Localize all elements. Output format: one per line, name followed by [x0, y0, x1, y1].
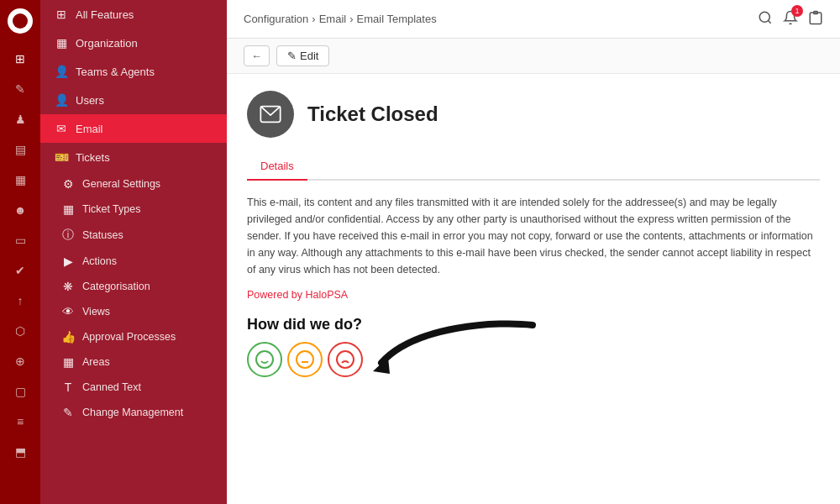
sidebar-label-actions: Actions — [82, 255, 117, 267]
strip-chart-icon[interactable]: ▤ — [5, 136, 35, 163]
sidebar-item-teams-agents[interactable]: 👤 Teams & Agents — [40, 57, 227, 86]
all-features-icon: ⊞ — [54, 8, 69, 21]
strip-image-icon[interactable]: ▢ — [5, 378, 35, 405]
sidebar-item-tickets[interactable]: 🎫 Tickets — [40, 143, 227, 171]
sidebar: ⊞ All Features ▦ Organization 👤 Teams & … — [40, 0, 227, 504]
breadcrumb-email-templates: Email Templates — [357, 13, 437, 25]
sidebar-label-canned-text: Canned Text — [82, 381, 141, 393]
sidebar-item-categorisation[interactable]: ❋ Categorisation — [54, 274, 227, 299]
strip-people-icon[interactable]: ♟ — [5, 106, 35, 133]
svg-line-1 — [768, 20, 770, 23]
strip-clipboard-icon[interactable]: ✔ — [5, 257, 35, 284]
strip-map-icon[interactable]: ⊕ — [5, 348, 35, 375]
strip-doc-icon[interactable]: ⬒ — [5, 438, 35, 465]
sidebar-item-statuses[interactable]: ⓘ Statuses — [54, 222, 227, 249]
emoji-sad[interactable] — [328, 342, 363, 377]
breadcrumb: Configuration › Email › Email Templates — [244, 13, 437, 25]
teams-icon: 👤 — [54, 65, 69, 78]
template-icon-circle — [247, 91, 294, 138]
areas-icon: ▦ — [60, 355, 76, 369]
general-settings-icon: ⚙ — [60, 177, 76, 191]
icon-strip: ⊞ ✎ ♟ ▤ ▦ ☻ ▭ ✔ ↑ ⬡ ⊕ ▢ ≡ ⬒ — [0, 0, 40, 504]
sidebar-label-users: Users — [76, 94, 104, 107]
template-title: Ticket Closed — [307, 102, 438, 126]
strip-monitor-icon[interactable]: ▭ — [5, 227, 35, 254]
sidebar-item-areas[interactable]: ▦ Areas — [54, 349, 227, 375]
sidebar-item-ticket-types[interactable]: ▦ Ticket Types — [54, 197, 227, 222]
strip-edit-icon[interactable]: ✎ — [5, 76, 35, 102]
strip-box-icon[interactable]: ⬡ — [5, 318, 35, 344]
ticket-types-icon: ▦ — [60, 202, 76, 216]
canned-text-icon: T — [60, 381, 76, 394]
search-button[interactable] — [758, 10, 773, 29]
topbar-icons: 1 — [758, 10, 823, 29]
main-content: Configuration › Email › Email Templates … — [227, 0, 840, 504]
strip-user-icon[interactable]: ☻ — [5, 197, 35, 223]
sidebar-item-actions[interactable]: ▶ Actions — [54, 249, 227, 274]
action-bar: ← ✎ Edit — [227, 39, 840, 74]
sidebar-item-general-settings[interactable]: ⚙ General Settings — [54, 171, 227, 197]
sidebar-label-change-management: Change Management — [82, 407, 183, 418]
sidebar-item-canned-text[interactable]: T Canned Text — [54, 375, 227, 400]
sidebar-item-users[interactable]: 👤 Users — [40, 86, 227, 114]
actions-icon: ▶ — [60, 255, 76, 268]
users-icon: 👤 — [54, 93, 69, 107]
tickets-icon: 🎫 — [54, 150, 69, 164]
change-mgmt-icon: ✎ — [60, 406, 76, 419]
sidebar-item-change-management[interactable]: ✎ Change Management — [54, 400, 227, 425]
app-logo — [8, 8, 33, 34]
back-button[interactable]: ← — [244, 45, 270, 66]
sidebar-label-views: Views — [82, 306, 110, 318]
sidebar-item-all-features[interactable]: ⊞ All Features — [40, 0, 227, 29]
sidebar-label-approval: Approval Processes — [82, 331, 176, 343]
sidebar-label-categorisation: Categorisation — [82, 281, 150, 292]
survey-section: How did we do? — [247, 316, 820, 377]
notifications-button[interactable]: 1 — [783, 10, 798, 29]
svg-point-12 — [337, 351, 354, 368]
sidebar-label-email: Email — [76, 123, 103, 135]
sidebar-item-approval[interactable]: 👍 Approval Processes — [54, 324, 227, 349]
template-header: Ticket Closed — [247, 91, 820, 138]
sidebar-item-organization[interactable]: ▦ Organization — [40, 29, 227, 57]
powered-by-link[interactable]: Powered by HaloPSA — [247, 289, 348, 301]
clipboard-button[interactable] — [808, 10, 823, 29]
svg-point-5 — [256, 351, 273, 368]
categorisation-icon: ❋ — [60, 280, 76, 293]
edit-pencil-icon: ✎ — [287, 50, 297, 62]
breadcrumb-sep2: › — [349, 13, 353, 25]
breadcrumb-sep1: › — [312, 13, 315, 25]
notification-badge: 1 — [791, 5, 803, 17]
svg-point-0 — [759, 12, 769, 22]
tabs: Details — [247, 155, 820, 181]
sidebar-item-views[interactable]: 👁 Views — [54, 299, 227, 324]
content-area: Ticket Closed Details This e-mail, its c… — [227, 74, 840, 504]
breadcrumb-configuration: Configuration — [244, 13, 308, 25]
sidebar-item-email[interactable]: ✉ Email — [40, 114, 227, 143]
approval-icon: 👍 — [60, 330, 76, 344]
emoji-happy[interactable] — [247, 342, 282, 377]
organization-icon: ▦ — [54, 36, 69, 50]
views-icon: 👁 — [60, 305, 76, 318]
sidebar-label-tickets: Tickets — [76, 151, 110, 164]
sidebar-label-general-settings: General Settings — [82, 178, 160, 190]
sidebar-label-ticket-types: Ticket Types — [82, 203, 140, 215]
arrow-annotation — [365, 317, 549, 386]
strip-users2-icon[interactable]: ≡ — [5, 408, 35, 435]
strip-home-icon[interactable]: ⊞ — [5, 45, 35, 72]
sidebar-label-organization: Organization — [76, 37, 138, 50]
breadcrumb-email: Email — [319, 13, 347, 25]
strip-calendar-icon[interactable]: ▦ — [5, 166, 35, 193]
emoji-neutral[interactable] — [287, 342, 323, 377]
sidebar-label-statuses: Statuses — [82, 229, 123, 241]
email-body-text: This e-mail, its content and any files t… — [247, 194, 820, 278]
tab-details[interactable]: Details — [247, 155, 307, 181]
email-icon: ✉ — [54, 122, 69, 135]
sidebar-label-teams: Teams & Agents — [76, 66, 155, 78]
edit-label: Edit — [300, 50, 318, 62]
strip-thumb-icon[interactable]: ↑ — [5, 287, 35, 314]
edit-button[interactable]: ✎ Edit — [276, 45, 329, 66]
statuses-icon: ⓘ — [60, 228, 76, 243]
emoji-row — [247, 342, 820, 377]
sidebar-label-areas: Areas — [82, 356, 110, 368]
sidebar-label-all-features: All Features — [76, 8, 134, 21]
